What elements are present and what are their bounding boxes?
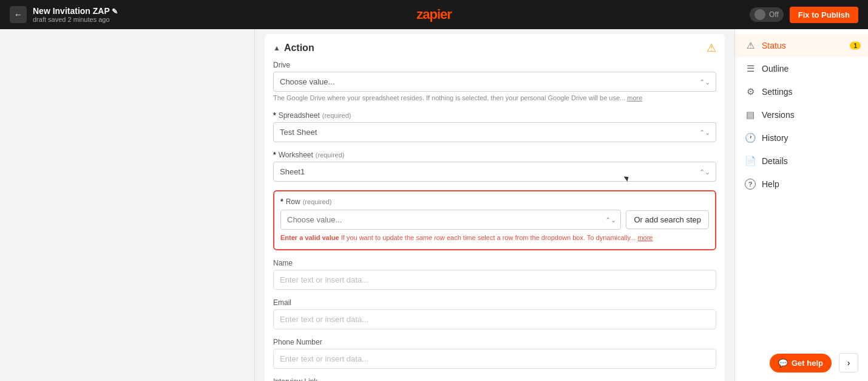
zapier-logo: zapier: [416, 7, 452, 22]
interview-label: Interview Link: [273, 377, 716, 381]
row-field-inner: ⌃⌄ Or add search step: [280, 210, 709, 230]
interview-field-group: Interview Link: [273, 377, 716, 381]
sidebar-label-versions: Versions: [762, 110, 795, 120]
expand-icon: ›: [847, 358, 850, 368]
email-field-group: Email: [273, 298, 716, 329]
row-label: * Row (required): [280, 197, 709, 206]
toggle-dot: [754, 9, 765, 20]
expand-button[interactable]: ›: [839, 353, 858, 372]
sidebar-item-details[interactable]: 📄 Details: [735, 149, 868, 173]
sidebar-label-settings: Settings: [762, 87, 793, 97]
worksheet-field-group: * Worksheet (required) Sheet1: [273, 151, 716, 182]
top-nav: ← New Invitation ZAP ✎ draft saved 2 min…: [0, 0, 868, 29]
email-input[interactable]: [273, 309, 716, 329]
nav-center: zapier: [416, 7, 452, 22]
versions-icon: ▤: [745, 109, 756, 120]
phone-label: Phone Number: [273, 338, 716, 346]
worksheet-label: * Worksheet (required): [273, 151, 716, 159]
name-input[interactable]: [273, 270, 716, 290]
drive-select[interactable]: Choose value...: [273, 72, 716, 92]
spreadsheet-select[interactable]: Test Sheet: [273, 122, 716, 142]
get-help-button[interactable]: 💬 Get help: [770, 354, 832, 372]
row-error-more[interactable]: more: [637, 234, 653, 241]
row-input-wrapper: ⌃⌄: [280, 210, 621, 230]
action-warning-icon: ⚠: [707, 41, 716, 55]
nav-left: ← New Invitation ZAP ✎ draft saved 2 min…: [10, 6, 118, 23]
center-panel: ▲ Action ⚠ Drive Choose value... The Goo…: [255, 29, 734, 381]
row-error: Enter a valid value If you want to updat…: [280, 233, 709, 242]
spreadsheet-field-group: * Spreadsheet (required) Test Sheet: [273, 111, 716, 142]
zap-name: New Invitation ZAP ✎: [33, 6, 118, 16]
settings-icon: ⚙: [745, 86, 756, 97]
help-icon: ?: [745, 179, 756, 190]
publish-button[interactable]: Fix to Publish: [790, 7, 858, 23]
drive-label: Drive: [273, 61, 716, 69]
drive-select-wrapper: Choose value...: [273, 72, 716, 92]
edit-icon[interactable]: ✎: [112, 7, 118, 16]
row-field-wrapper: * Row (required) ⌃⌄ Or add search step E…: [273, 190, 716, 250]
drive-hint-more[interactable]: more: [627, 94, 642, 101]
sidebar-label-status: Status: [762, 41, 786, 50]
email-label: Email: [273, 298, 716, 307]
toggle-wrap[interactable]: Off: [750, 7, 784, 22]
worksheet-select-wrapper: Sheet1: [273, 162, 716, 182]
worksheet-select[interactable]: Sheet1: [273, 162, 716, 182]
sidebar-item-versions[interactable]: ▤ Versions: [735, 103, 868, 126]
sidebar-label-help: Help: [762, 179, 779, 189]
phone-field-group: Phone Number: [273, 338, 716, 369]
main-layout: ▲ Action ⚠ Drive Choose value... The Goo…: [0, 29, 868, 381]
get-help-icon: 💬: [778, 359, 788, 368]
history-icon: 🕐: [745, 132, 756, 143]
status-badge: 1: [850, 42, 861, 50]
spreadsheet-label: * Spreadsheet (required): [273, 111, 716, 120]
sidebar-label-history: History: [762, 133, 788, 143]
collapse-icon[interactable]: ▲: [273, 44, 280, 52]
sidebar-label-details: Details: [762, 156, 788, 166]
status-icon: ⚠: [745, 40, 756, 51]
sidebar-item-outline[interactable]: ☰ Outline: [735, 57, 868, 80]
name-field-group: Name: [273, 259, 716, 290]
sidebar-item-status[interactable]: ⚠ Status 1: [735, 34, 868, 57]
spreadsheet-select-wrapper: Test Sheet: [273, 122, 716, 142]
row-input[interactable]: [280, 210, 621, 230]
action-title: ▲ Action: [273, 43, 314, 53]
drive-hint: The Google Drive where your spreadsheet …: [273, 94, 716, 103]
name-label: Name: [273, 259, 716, 267]
action-section: ▲ Action ⚠ Drive Choose value... The Goo…: [265, 34, 725, 381]
phone-input[interactable]: [273, 349, 716, 369]
action-header: ▲ Action ⚠: [273, 34, 716, 61]
nav-right: Off Fix to Publish: [750, 7, 858, 23]
sidebar-item-help[interactable]: ? Help: [735, 173, 868, 196]
or-add-search-step-button[interactable]: Or add search step: [626, 210, 709, 229]
outline-icon: ☰: [745, 63, 756, 74]
sidebar-label-outline: Outline: [762, 64, 788, 74]
right-sidebar: ⚠ Status 1 ☰ Outline ⚙ Settings ▤ Versio…: [734, 29, 868, 381]
details-icon: 📄: [745, 156, 756, 166]
drive-field-group: Drive Choose value... The Google Drive w…: [273, 61, 716, 103]
zap-info: New Invitation ZAP ✎ draft saved 2 minut…: [33, 6, 118, 23]
back-button[interactable]: ←: [10, 6, 27, 23]
toggle-label: Off: [769, 10, 779, 19]
sidebar-item-history[interactable]: 🕐 History: [735, 126, 868, 149]
sidebar-item-settings[interactable]: ⚙ Settings: [735, 80, 868, 103]
zap-status: draft saved 2 minutes ago: [33, 16, 118, 23]
left-panel: [0, 29, 255, 381]
